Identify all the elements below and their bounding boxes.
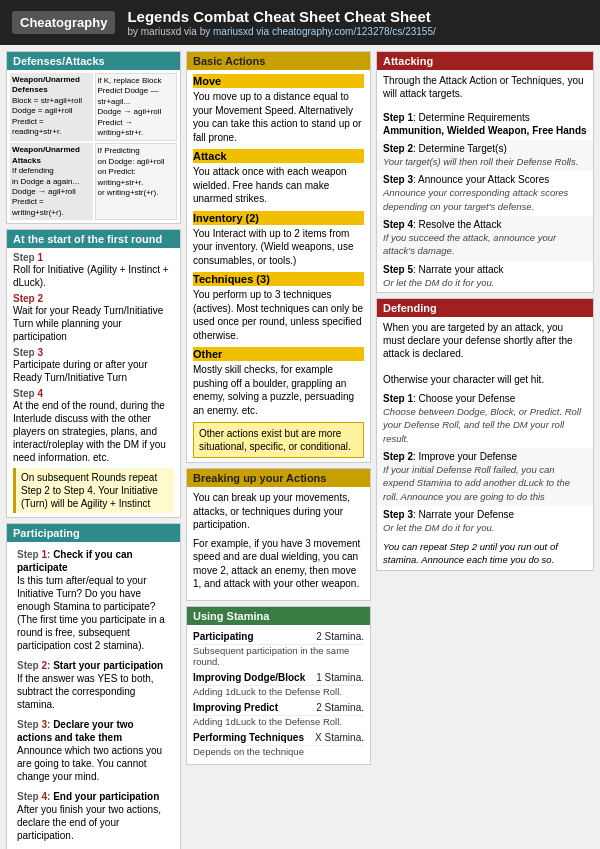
attack-step-4: Step 4: Resolve the Attack If you succee…: [377, 216, 593, 261]
stamina-sub-1: Adding 1dLuck to the Defense Roll.: [193, 686, 364, 697]
action-inventory: Inventory (2) You Interact with up to 2 …: [193, 211, 364, 268]
stamina-row-3: Performing Techniques X Stamina.: [193, 730, 364, 746]
stamina-body: Participating 2 Stamina. Subsequent part…: [187, 625, 370, 764]
defenses-cell-2: if K, replace BlockPredict Dodge —str+ag…: [95, 73, 178, 141]
defend-step-3: Step 3: Narrate your Defense Or let the …: [377, 506, 593, 537]
defenses-cell-4: If Predictingon Dodge: agil+rollon Predi…: [95, 143, 178, 220]
defenses-header: Defenses/Attacks: [7, 52, 180, 70]
step-2-text: Wait for your Ready Turn/Initiative Turn…: [13, 304, 174, 343]
breaking-actions-body: You can break up your movements, attacks…: [187, 487, 370, 600]
part-step-1: Step 1: Check if you can participate Is …: [13, 546, 174, 655]
header: Cheatography Legends Combat Cheat Sheet …: [0, 0, 600, 45]
attacking-section: Attacking Through the Attack Action or T…: [376, 51, 594, 293]
step-4-text: At the end of the round, during the Inte…: [13, 399, 174, 464]
defend-step-2: Step 2: Improve your Defense If your ini…: [377, 448, 593, 506]
basic-actions-header: Basic Actions: [187, 52, 370, 70]
col-mid: Basic Actions Move You move up to a dist…: [186, 51, 371, 849]
attacking-steps: Step 1: Determine Requirements Ammunitio…: [377, 109, 593, 292]
stamina-row-1: Improving Dodge/Block 1 Stamina.: [193, 670, 364, 686]
part-step-4: Step 4: End your participation After you…: [13, 788, 174, 845]
stamina-sub-0: Subsequent participation in the same rou…: [193, 645, 364, 667]
action-move: Move You move up to a distance equal to …: [193, 74, 364, 144]
breaking-intro: You can break up your movements, attacks…: [193, 491, 364, 532]
action-attack: Attack You attack once with each weapon …: [193, 149, 364, 206]
first-round-section: At the start of the first round Step 1 R…: [6, 229, 181, 518]
defending-header: Defending: [377, 299, 593, 317]
stamina-row-2: Improving Predict 2 Stamina.: [193, 700, 364, 716]
attack-step-2: Step 2: Determine Target(s) Your target(…: [377, 140, 593, 171]
step-4-label: Step 4: [13, 388, 174, 399]
defenses-cell-3: Weapon/Unarmed Attacks If defendingin Do…: [10, 143, 93, 220]
main-content: Defenses/Attacks Weapon/Unarmed Defenses…: [0, 45, 600, 849]
first-round-body: Step 1 Roll for Initiative (Agility + In…: [7, 248, 180, 517]
breaking-actions-section: Breaking up your Actions You can break u…: [186, 468, 371, 601]
part-step-2: Step 2: Start your participation If the …: [13, 657, 174, 714]
stamina-sub-3: Depends on the technique: [193, 746, 364, 757]
step-2-label: Step 2: [13, 293, 174, 304]
step-3-text: Participate during or after your Ready T…: [13, 358, 174, 384]
defending-section: Defending When you are targeted by an at…: [376, 298, 594, 571]
stamina-sub-2: Adding 1dLuck to the Defense Roll.: [193, 716, 364, 727]
step-1-text: Roll for Initiative (Agility + Instinct …: [13, 263, 174, 289]
col-right: Attacking Through the Attack Action or T…: [376, 51, 594, 849]
action-techniques: Techniques (3) You perform up to 3 techn…: [193, 272, 364, 342]
participating-body: Step 1: Check if you can participate Is …: [7, 542, 180, 849]
basic-actions-body: Move You move up to a distance equal to …: [187, 70, 370, 462]
attack-step-5: Step 5: Narrate your attack Or let the D…: [377, 261, 593, 292]
participating-section: Participating Step 1: Check if you can p…: [6, 523, 181, 849]
header-link[interactable]: by mariusxd via cheatography.com/123278/…: [200, 26, 436, 37]
breaking-actions-header: Breaking up your Actions: [187, 469, 370, 487]
participating-header: Participating: [7, 524, 180, 542]
step-3-block: Step 3 Participate during or after your …: [13, 347, 174, 384]
step-2-block: Step 2 Wait for your Ready Turn/Initiati…: [13, 293, 174, 343]
step-3-label: Step 3: [13, 347, 174, 358]
defending-steps: Step 1: Choose your Defense Choose betwe…: [377, 390, 593, 537]
basic-actions-section: Basic Actions Move You move up to a dist…: [186, 51, 371, 463]
defenses-cell-1: Weapon/Unarmed Defenses Block = str+agil…: [10, 73, 93, 141]
header-title: Legends Combat Cheat Sheet Cheat Sheet b…: [127, 8, 588, 37]
header-byline: by mariusxd via by mariusxd via cheatogr…: [127, 26, 588, 37]
stamina-section: Using Stamina Participating 2 Stamina. S…: [186, 606, 371, 765]
defending-italic-note: You can repeat Step 2 until you run out …: [377, 537, 593, 570]
action-other: Other Mostly skill checks, for example p…: [193, 347, 364, 417]
attack-step-3: Step 3: Announce your Attack Scores Anno…: [377, 171, 593, 216]
part-step-3: Step 3: Declare your two actions and tak…: [13, 716, 174, 786]
attacking-intro: Through the Attack Action or Techniques,…: [377, 70, 593, 104]
defending-intro: When you are targeted by an attack, you …: [377, 317, 593, 390]
attack-step-1: Step 1: Determine Requirements Ammunitio…: [377, 109, 593, 140]
stamina-header: Using Stamina: [187, 607, 370, 625]
page-title: Legends Combat Cheat Sheet Cheat Sheet: [127, 8, 588, 26]
first-round-header: At the start of the first round: [7, 230, 180, 248]
col-left: Defenses/Attacks Weapon/Unarmed Defenses…: [6, 51, 181, 849]
attacking-header: Attacking: [377, 52, 593, 70]
other-note: Other actions exist but are more situati…: [193, 422, 364, 458]
step-4-block: Step 4 At the end of the round, during t…: [13, 388, 174, 464]
defenses-grid: Weapon/Unarmed Defenses Block = str+agil…: [7, 70, 180, 223]
defenses-section: Defenses/Attacks Weapon/Unarmed Defenses…: [6, 51, 181, 224]
header-logo: Cheatography: [12, 11, 115, 34]
defend-step-1: Step 1: Choose your Defense Choose betwe…: [377, 390, 593, 448]
stamina-row-0: Participating 2 Stamina.: [193, 629, 364, 645]
breaking-example: For example, if you have 3 movement spee…: [193, 537, 364, 591]
step-1-block: Step 1 Roll for Initiative (Agility + In…: [13, 252, 174, 289]
first-round-note: On subsequent Rounds repeat Step 2 to St…: [13, 468, 174, 513]
step-1-label: Step 1: [13, 252, 174, 263]
